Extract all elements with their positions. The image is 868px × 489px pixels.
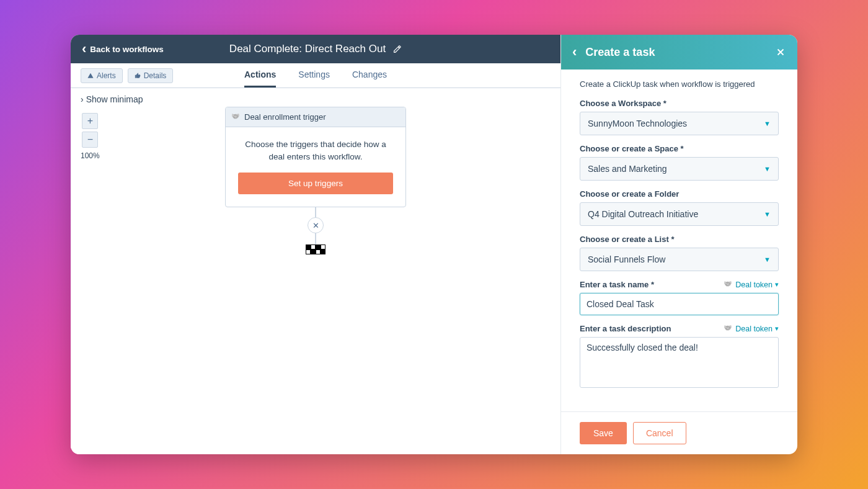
caret-down-icon: ▼ xyxy=(764,210,771,218)
handshake-icon xyxy=(724,326,733,332)
remove-node-button[interactable]: ✕ xyxy=(308,217,324,233)
field-task-name: Enter a task name * Deal token ▾ xyxy=(580,280,779,315)
caret-down-icon: ▼ xyxy=(764,120,771,127)
field-space: Choose or create a Space * Sales and Mar… xyxy=(580,144,779,181)
tab-actions[interactable]: Actions xyxy=(244,63,276,87)
set-up-triggers-button[interactable]: Set up triggers xyxy=(238,173,393,194)
caret-down-icon: ▼ xyxy=(764,165,771,173)
trigger-card-body: Choose the triggers that decide how a de… xyxy=(226,127,405,207)
space-label: Choose or create a Space * xyxy=(580,144,779,153)
details-button[interactable]: Details xyxy=(128,68,174,83)
tab-settings[interactable]: Settings xyxy=(298,63,330,87)
workspace-value: SunnyMoon Technologies xyxy=(588,119,687,128)
task-name-label: Enter a task name * xyxy=(580,280,654,289)
task-description-input[interactable] xyxy=(580,337,779,388)
folder-value: Q4 Digital Outreach Initiative xyxy=(588,209,698,219)
field-folder: Choose or create a Folder Q4 Digital Out… xyxy=(580,189,779,226)
panel-description: Create a ClickUp task when workflow is t… xyxy=(580,79,779,89)
caret-down-icon: ▼ xyxy=(764,256,771,263)
workspace-label: Choose a Workspace * xyxy=(580,99,779,108)
workflow-canvas[interactable]: › Show minimap + − 100% Deal enrollment … xyxy=(71,88,560,454)
caret-down-icon: ▾ xyxy=(775,325,779,333)
chevron-left-icon xyxy=(82,42,86,56)
list-value: Social Funnels Flow xyxy=(588,254,665,264)
list-select[interactable]: Social Funnels Flow ▼ xyxy=(580,248,779,271)
panel-title: Create a task xyxy=(585,46,766,59)
panel-body: Create a ClickUp task when workflow is t… xyxy=(561,70,797,411)
space-value: Sales and Marketing xyxy=(588,164,667,174)
field-workspace: Choose a Workspace * SunnyMoon Technolog… xyxy=(580,99,779,135)
space-select[interactable]: Sales and Marketing ▼ xyxy=(580,157,779,181)
panel-close-icon[interactable] xyxy=(775,47,786,58)
folder-label: Choose or create a Folder xyxy=(580,189,779,199)
details-label: Details xyxy=(144,71,167,80)
folder-select[interactable]: Q4 Digital Outreach Initiative ▼ xyxy=(580,202,779,226)
back-label: Back to workflows xyxy=(90,45,164,54)
trigger-text: Choose the triggers that decide how a de… xyxy=(237,138,394,164)
panel-footer: Save Cancel xyxy=(561,411,797,454)
handshake-icon xyxy=(724,282,733,288)
task-name-input[interactable] xyxy=(580,293,779,315)
connector-line-2 xyxy=(315,233,316,244)
trigger-head-label: Deal enrollment trigger xyxy=(244,112,326,122)
trigger-card-header: Deal enrollment trigger xyxy=(226,107,405,127)
alert-icon xyxy=(87,73,94,79)
topbar: Back to workflows Deal Complete: Direct … xyxy=(71,35,560,63)
deal-token-link[interactable]: Deal token ▾ xyxy=(724,280,779,289)
caret-down-icon: ▾ xyxy=(775,280,779,289)
list-label: Choose or create a List * xyxy=(580,235,779,244)
workflow-title: Deal Complete: Direct Reach Out xyxy=(229,43,402,55)
thumbs-up-icon xyxy=(135,73,141,79)
workflow-title-text: Deal Complete: Direct Reach Out xyxy=(229,43,386,55)
field-list: Choose or create a List * Social Funnels… xyxy=(580,235,779,271)
task-desc-label: Enter a task description xyxy=(580,324,671,333)
main-area: Back to workflows Deal Complete: Direct … xyxy=(71,35,560,454)
workspace-select[interactable]: SunnyMoon Technologies ▼ xyxy=(580,112,779,135)
finish-flag-icon xyxy=(306,244,326,254)
deal-token-link[interactable]: Deal token ▾ xyxy=(724,325,779,333)
field-task-description: Enter a task description Deal token ▾ xyxy=(580,324,779,390)
side-panel: ‹ Create a task Create a ClickUp task wh… xyxy=(560,35,797,454)
panel-back-icon[interactable]: ‹ xyxy=(572,45,577,59)
app-window: Back to workflows Deal Complete: Direct … xyxy=(71,35,797,454)
handshake-icon xyxy=(232,114,241,120)
alerts-button[interactable]: Alerts xyxy=(81,68,123,83)
pencil-icon[interactable] xyxy=(393,45,402,53)
toolbar: Alerts Details Actions Settings Changes xyxy=(71,63,560,88)
cancel-button[interactable]: Cancel xyxy=(633,422,686,444)
save-button[interactable]: Save xyxy=(580,422,627,444)
trigger-card[interactable]: Deal enrollment trigger Choose the trigg… xyxy=(225,107,406,207)
panel-header: ‹ Create a task xyxy=(561,35,797,70)
alerts-label: Alerts xyxy=(97,71,116,80)
back-to-workflows-link[interactable]: Back to workflows xyxy=(82,42,164,56)
tabs: Actions Settings Changes xyxy=(244,63,387,87)
tab-changes[interactable]: Changes xyxy=(352,63,387,87)
